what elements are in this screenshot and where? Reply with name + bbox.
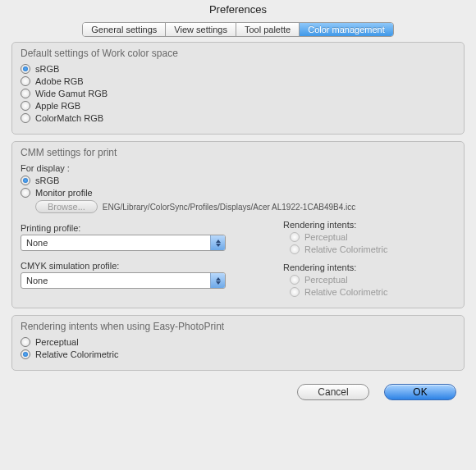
- radio-label: Relative Colorimetric: [304, 287, 387, 297]
- radio-perceptual-cmyk: [290, 275, 300, 285]
- dropdown-value: None: [21, 276, 210, 285]
- radio-perceptual-print: [290, 232, 300, 242]
- radio-ep-relative-colorimetric[interactable]: [21, 349, 30, 359]
- cancel-button[interactable]: Cancel: [297, 384, 369, 400]
- tab-general[interactable]: General settings: [83, 23, 166, 36]
- radio-adobe-rgb[interactable]: [21, 76, 30, 86]
- group-cmm-settings: CMM settings for print For display : sRG…: [11, 141, 465, 308]
- group-work-color-space: Default settings of Work color space sRG…: [11, 42, 465, 135]
- cmyk-profile-dropdown[interactable]: None: [21, 272, 226, 289]
- tab-tool-palette[interactable]: Tool palette: [236, 23, 300, 36]
- radio-srgb[interactable]: [21, 64, 30, 74]
- rendering-intents-label: Rendering intents:: [283, 262, 455, 272]
- cmyk-profile-label: CMYK simulation profile:: [21, 261, 283, 271]
- radio-label: Apple RGB: [35, 101, 80, 111]
- chevron-updown-icon: [210, 235, 225, 250]
- radio-label: Perceptual: [304, 275, 348, 285]
- tab-bar: General settings View settings Tool pale…: [0, 22, 476, 37]
- radio-label: Monitor profile: [35, 188, 93, 198]
- group-easy-photoprint: Rendering intents when using Easy-PhotoP…: [11, 315, 465, 371]
- monitor-profile-path: ENG/Library/ColorSync/Profiles/Displays/…: [103, 203, 355, 212]
- radio-ep-perceptual[interactable]: [21, 337, 30, 347]
- radio-relative-colorimetric-cmyk: [290, 287, 300, 297]
- radio-colormatch-rgb[interactable]: [21, 113, 30, 123]
- for-display-label: For display :: [21, 163, 455, 173]
- group-title: CMM settings for print: [21, 147, 455, 158]
- tab-view[interactable]: View settings: [166, 23, 236, 36]
- browse-button[interactable]: Browse...: [35, 200, 98, 213]
- radio-apple-rgb[interactable]: [21, 101, 30, 111]
- radio-label: Relative Colorimetric: [35, 349, 118, 359]
- group-title: Default settings of Work color space: [21, 48, 455, 59]
- radio-relative-colorimetric-print: [290, 244, 300, 254]
- radio-label: ColorMatch RGB: [35, 113, 103, 123]
- dialog-footer: Cancel OK: [0, 377, 476, 400]
- radio-label: sRGB: [35, 176, 59, 185]
- radio-label: Perceptual: [304, 232, 348, 242]
- ok-button[interactable]: OK: [384, 384, 456, 400]
- printing-profile-dropdown[interactable]: None: [21, 235, 226, 251]
- radio-display-srgb[interactable]: [21, 176, 30, 185]
- chevron-updown-icon: [210, 273, 225, 288]
- printing-profile-label: Printing profile:: [21, 223, 283, 233]
- radio-wide-gamut-rgb[interactable]: [21, 89, 30, 98]
- tab-color-management[interactable]: Color management: [300, 23, 393, 36]
- radio-label: Relative Colorimetric: [304, 244, 387, 254]
- radio-label: Adobe RGB: [35, 76, 84, 86]
- radio-label: Perceptual: [35, 337, 79, 347]
- group-title: Rendering intents when using Easy-PhotoP…: [21, 321, 455, 332]
- radio-label: Wide Gamut RGB: [35, 89, 108, 98]
- radio-display-monitor-profile[interactable]: [21, 188, 30, 198]
- dropdown-value: None: [21, 238, 210, 248]
- rendering-intents-label: Rendering intents:: [283, 220, 455, 230]
- window-title: Preferences: [0, 0, 476, 22]
- radio-label: sRGB: [35, 64, 59, 74]
